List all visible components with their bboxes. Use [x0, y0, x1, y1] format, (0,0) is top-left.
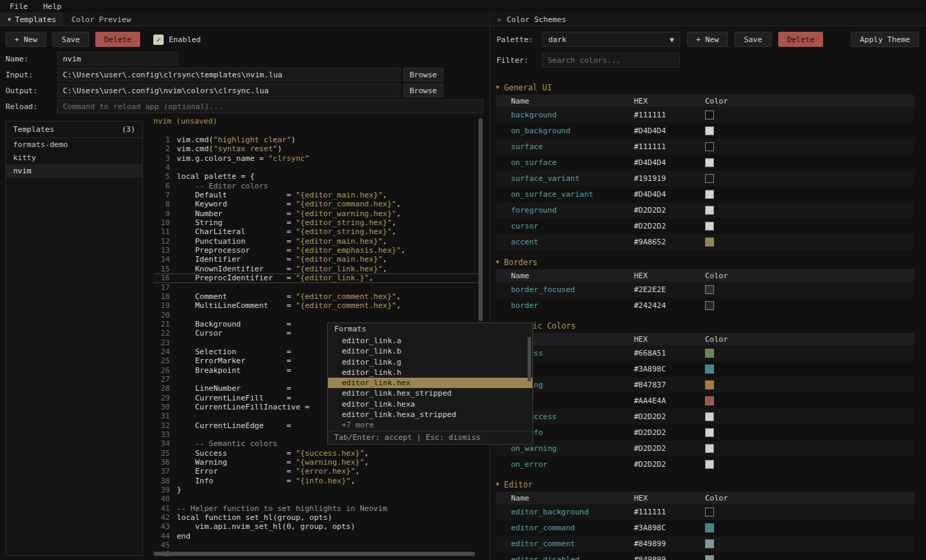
input-browse-button[interactable]: Browse — [403, 68, 443, 81]
code-line[interactable]: 17 — [153, 283, 483, 292]
enabled-checkbox[interactable]: ✓ — [153, 35, 164, 45]
color-row[interactable]: on_warning#D2D2D2 — [496, 441, 914, 456]
color-row[interactable]: editor_disabled#849899 — [496, 552, 914, 560]
color-swatch[interactable] — [705, 444, 714, 453]
code-line[interactable]: 45 — [153, 541, 483, 550]
code-line[interactable]: 37 Error = "{error.hex}", — [153, 467, 483, 476]
color-row[interactable]: background#111111 — [496, 107, 914, 123]
section-header-borders[interactable]: ▼Borders — [496, 256, 914, 268]
code-line[interactable]: 2vim.cmd("syntax reset") — [153, 144, 483, 153]
code-line[interactable]: 10 String = "{editor_string.hex}", — [153, 218, 483, 227]
color-row[interactable]: border#242424 — [496, 298, 914, 313]
tab-templates[interactable]: ▼Templates — [0, 13, 64, 26]
delete-template-button[interactable]: Delete — [95, 32, 141, 47]
code-line[interactable]: 6 -- Editor colors — [153, 182, 483, 191]
color-row[interactable]: cursor#D2D2D2 — [496, 218, 914, 234]
save-palette-button[interactable]: Save — [735, 32, 771, 47]
code-line[interactable]: 18 Comment = "{editor_comment.hex}", — [153, 292, 483, 301]
delete-palette-button[interactable]: Delete — [778, 32, 824, 47]
color-row[interactable]: on_surface_variant#D4D4D4 — [496, 186, 914, 202]
code-line[interactable]: 35 Success = "{success.hex}", — [153, 449, 483, 458]
tab-color-preview[interactable]: Color Preview — [64, 13, 138, 26]
autocomplete-item[interactable]: editor_link.a — [328, 336, 532, 346]
color-swatch[interactable] — [705, 396, 714, 405]
color-swatch[interactable] — [705, 539, 714, 548]
color-row[interactable]: info#3A898C — [496, 361, 914, 377]
color-row[interactable]: foreground#D2D2D2 — [496, 202, 914, 218]
color-row[interactable]: error#AA4E4A — [496, 393, 914, 409]
color-row[interactable]: on_success#D2D2D2 — [496, 409, 914, 425]
code-line[interactable]: 41-- Helper function to set highlights i… — [153, 504, 483, 513]
color-swatch[interactable] — [705, 365, 714, 374]
color-row[interactable]: editor_command#3A898C — [496, 520, 914, 536]
autocomplete-item[interactable]: editor_link.h — [328, 367, 532, 378]
color-swatch[interactable] — [705, 508, 714, 516]
code-line[interactable]: 20 — [153, 311, 483, 320]
new-template-button[interactable]: + New — [6, 32, 46, 47]
code-line[interactable]: 40 — [153, 494, 483, 503]
color-swatch[interactable] — [705, 142, 714, 151]
code-line[interactable]: 1vim.cmd("highlight clear") — [153, 135, 483, 144]
code-line[interactable]: 8 Keyword = "{editor_command.hex}", — [153, 200, 483, 209]
code-line[interactable]: 14 Identifier = "{editor_main.hex}", — [153, 255, 483, 264]
code-line[interactable]: 15 KnownIdentifier = "{editor_link.hex}"… — [153, 264, 483, 273]
color-row[interactable]: border_focused#2E2E2E — [496, 282, 914, 298]
menu-item-help[interactable]: Help — [44, 2, 62, 11]
color-row[interactable]: on_background#D4D4D4 — [496, 123, 914, 139]
template-item-formats-demo[interactable]: formats-demo — [6, 138, 142, 151]
color-swatch[interactable] — [705, 412, 714, 421]
color-search-input[interactable] — [542, 52, 680, 68]
color-swatch[interactable] — [705, 460, 714, 469]
code-line[interactable]: 38 Info = "{info.hex}", — [153, 476, 483, 485]
color-swatch[interactable] — [705, 174, 714, 183]
reload-command-input[interactable] — [57, 99, 483, 113]
color-swatch[interactable] — [705, 428, 714, 437]
autocomplete-item[interactable]: editor_link.hexa — [328, 399, 532, 409]
palette-select[interactable]: dark ▼ — [542, 32, 680, 47]
autocomplete-item[interactable]: editor_link.hex — [328, 378, 532, 388]
autocomplete-item[interactable]: editor_link.hexa_stripped — [328, 409, 532, 420]
code-line[interactable]: 42local function set_hl(group, opts) — [153, 513, 483, 522]
editor-horizontal-scrollbar[interactable] — [153, 552, 475, 556]
color-swatch[interactable] — [705, 555, 714, 560]
code-line[interactable]: 5local palette = { — [153, 172, 483, 181]
code-line[interactable]: 39} — [153, 485, 483, 494]
code-line[interactable]: 19 MultiLineComment = "{editor_comment.h… — [153, 301, 483, 310]
color-swatch[interactable] — [705, 126, 714, 135]
output-path-input[interactable] — [57, 84, 401, 97]
color-swatch[interactable] — [705, 158, 714, 167]
color-swatch[interactable] — [705, 110, 714, 119]
code-line[interactable]: 16 PreprocIdentifier = "{editor_link.}", — [153, 273, 483, 282]
autocomplete-more-item[interactable]: +7 more — [328, 420, 532, 430]
color-swatch[interactable] — [705, 349, 714, 358]
menu-item-file[interactable]: File — [10, 2, 28, 11]
autocomplete-item[interactable]: editor_link.g — [328, 357, 532, 367]
color-row[interactable]: on_surface#D4D4D4 — [496, 155, 914, 171]
code-line[interactable]: 4 — [153, 163, 483, 172]
color-row[interactable]: success#668A51 — [496, 345, 914, 361]
color-row[interactable]: on_error#D2D2D2 — [496, 456, 914, 472]
color-row[interactable]: surface#111111 — [496, 139, 914, 155]
color-row[interactable]: surface_variant#191919 — [496, 171, 914, 186]
section-header-semantic-colors[interactable]: ▼Semantic Colors — [496, 320, 914, 331]
apply-theme-button[interactable]: Apply Theme — [851, 32, 919, 47]
code-line[interactable]: 11 CharLiteral = "{editor_string.hex}", — [153, 227, 483, 236]
color-swatch[interactable] — [705, 380, 714, 389]
code-line[interactable]: 7 Default = "{editor_main.hex}", — [153, 191, 483, 200]
color-swatch[interactable] — [705, 301, 714, 310]
color-swatch[interactable] — [705, 523, 714, 532]
color-swatch[interactable] — [705, 238, 714, 247]
autocomplete-scrollbar[interactable] — [528, 337, 531, 381]
enabled-toggle[interactable]: ✓ Enabled — [153, 35, 200, 45]
template-item-nvim[interactable]: nvim — [6, 164, 142, 177]
color-row[interactable]: editor_background#111111 — [496, 504, 914, 520]
color-swatch[interactable] — [705, 206, 714, 215]
color-row[interactable]: accent#9A8652 — [496, 234, 914, 250]
code-line[interactable]: 3vim.g.colors_name = "clrsync" — [153, 154, 483, 163]
color-swatch[interactable] — [705, 222, 714, 231]
code-line[interactable]: 12 Punctuation = "{editor_main.hex}", — [153, 237, 483, 246]
output-browse-button[interactable]: Browse — [403, 84, 443, 97]
new-palette-button[interactable]: + New — [687, 32, 728, 47]
editor-vertical-scrollbar[interactable] — [479, 118, 483, 321]
color-row[interactable]: editor_comment#849899 — [496, 536, 914, 552]
